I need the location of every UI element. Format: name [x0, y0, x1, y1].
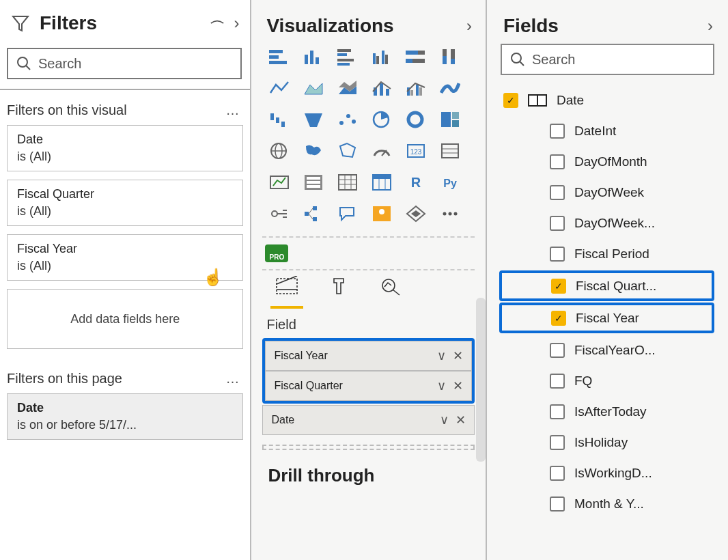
viz-gauge-icon[interactable] — [367, 138, 396, 164]
viz-arcgis-icon[interactable] — [367, 201, 396, 227]
checkbox-icon[interactable] — [550, 343, 565, 358]
viz-scatter-icon[interactable] — [333, 107, 362, 132]
filter-card-fiscal-quarter[interactable]: Fiscal Quarter is (All) — [7, 180, 243, 226]
viz-stacked-bar-icon[interactable] — [265, 44, 294, 70]
expand-icon[interactable]: › — [234, 14, 239, 33]
field-well-date[interactable]: Date ∨✕ — [262, 405, 475, 435]
viz-pie-icon[interactable] — [367, 107, 396, 132]
viz-stacked-area-icon[interactable] — [333, 75, 362, 101]
viz-ribbon-icon[interactable] — [436, 75, 464, 101]
checkbox-icon[interactable]: ✓ — [503, 93, 518, 108]
viz-donut-icon[interactable] — [402, 107, 430, 132]
field-item-fiscal-quart-[interactable]: ✓Fiscal Quart... — [499, 270, 714, 301]
viz-100-stacked-bar-icon[interactable] — [402, 44, 430, 70]
field-well-fiscal-quarter[interactable]: Fiscal Quarter ∨✕ — [265, 371, 472, 401]
more-icon[interactable]: … — [225, 102, 240, 118]
checkbox-icon[interactable] — [550, 496, 565, 512]
viz-kpi-icon[interactable] — [265, 169, 294, 195]
viz-slicer-icon[interactable] — [299, 169, 328, 195]
checkbox-icon[interactable] — [550, 466, 565, 481]
fields-tab[interactable] — [270, 276, 303, 309]
field-item-fq[interactable]: FQ — [494, 365, 728, 396]
viz-powerapps-icon[interactable] — [402, 201, 430, 227]
checkbox-icon[interactable] — [550, 185, 565, 200]
viz-shape-map-icon[interactable] — [333, 138, 362, 164]
viz-py-icon[interactable]: Py — [436, 169, 464, 195]
field-item-fiscal-year[interactable]: ✓Fiscal Year — [499, 303, 714, 333]
field-item-month-y-[interactable]: Month & Y... — [494, 488, 728, 519]
field-item-isholiday[interactable]: IsHoliday — [494, 427, 728, 458]
pro-badge[interactable]: PRO — [265, 244, 288, 262]
viz-multirow-card-icon[interactable] — [436, 138, 464, 164]
checkbox-icon[interactable] — [550, 247, 565, 262]
viz-funnel-icon[interactable] — [299, 107, 328, 132]
filters-search[interactable] — [7, 48, 242, 79]
checkbox-icon[interactable] — [550, 154, 565, 169]
viz-clustered-bar-icon[interactable] — [333, 44, 362, 70]
analytics-tab[interactable] — [374, 276, 407, 309]
chevron-down-icon[interactable]: ∨ — [437, 378, 446, 393]
viz-line-clustered-column-icon[interactable] — [402, 75, 430, 101]
filter-page-card-date[interactable]: Date is on or before 5/17/... — [7, 393, 243, 440]
checkbox-icon[interactable] — [550, 216, 565, 231]
more-icon[interactable]: … — [225, 371, 240, 387]
fields-search[interactable] — [501, 44, 714, 75]
remove-icon[interactable]: ✕ — [453, 348, 463, 363]
chevron-down-icon[interactable]: ∨ — [437, 348, 446, 363]
viz-clustered-column-icon[interactable] — [367, 44, 396, 70]
field-item-dateint[interactable]: DateInt — [494, 115, 728, 146]
field-table-date[interactable]: ✓ Date — [494, 85, 728, 115]
viz-treemap-icon[interactable] — [436, 107, 464, 132]
remove-icon[interactable]: ✕ — [453, 378, 463, 393]
filters-search-input[interactable] — [38, 56, 232, 72]
field-item-fiscalyearo-[interactable]: FiscalYearO... — [494, 335, 728, 365]
field-item-dayofweek-[interactable]: DayOfWeek... — [494, 208, 728, 238]
fields-search-input[interactable] — [532, 52, 705, 68]
filter-drop-zone[interactable]: Add data fields here — [7, 289, 243, 349]
filter-card-date[interactable]: Date is (All) — [7, 125, 243, 171]
checkbox-icon[interactable] — [550, 435, 565, 450]
checkbox-icon[interactable]: ✓ — [551, 311, 566, 326]
checkbox-icon[interactable]: ✓ — [551, 279, 566, 294]
checkbox-icon[interactable] — [550, 124, 565, 139]
svg-point-38 — [339, 121, 344, 125]
viz-filled-map-icon[interactable] — [299, 138, 328, 164]
viz-more-icon[interactable] — [436, 201, 464, 227]
viz-line-icon[interactable] — [265, 75, 294, 101]
viz-map-icon[interactable] — [265, 138, 294, 164]
scrollbar[interactable] — [476, 298, 486, 462]
checkbox-icon[interactable] — [550, 404, 565, 419]
expand-icon[interactable]: › — [466, 16, 472, 36]
field-drop-zone[interactable] — [262, 445, 475, 450]
viz-waterfall-icon[interactable] — [265, 107, 294, 132]
viz-matrix-icon[interactable] — [367, 169, 396, 195]
viz-r-icon[interactable]: R — [402, 169, 430, 195]
svg-rect-45 — [452, 120, 459, 127]
viz-line-stacked-column-icon[interactable] — [367, 75, 396, 101]
chevron-down-icon[interactable]: ∨ — [440, 412, 449, 428]
field-item-isworkingd-[interactable]: IsWorkingD... — [494, 458, 728, 488]
svg-rect-32 — [416, 85, 419, 96]
viz-key-influencer-icon[interactable] — [265, 201, 294, 227]
viz-table-icon[interactable] — [333, 169, 362, 195]
expand-icon[interactable]: › — [708, 16, 713, 36]
field-well-fiscal-year[interactable]: Fiscal Year ∨✕ — [265, 341, 472, 371]
viz-decomposition-icon[interactable] — [299, 201, 328, 227]
field-item-dayofweek[interactable]: DayOfWeek — [494, 177, 728, 208]
filter-card-fiscal-year[interactable]: Fiscal Year is (All) ☝ — [7, 234, 243, 281]
format-tab[interactable] — [322, 276, 355, 309]
field-item-isaftertoday[interactable]: IsAfterToday — [494, 396, 728, 427]
field-item-dayofmonth[interactable]: DayOfMonth — [494, 146, 728, 177]
format-tabs — [251, 270, 486, 309]
remove-icon[interactable]: ✕ — [456, 412, 466, 428]
viz-stacked-column-icon[interactable] — [299, 44, 328, 70]
eye-icon[interactable] — [210, 16, 224, 30]
viz-qa-icon[interactable] — [333, 201, 362, 227]
drill-through-label: Drill through — [251, 450, 486, 486]
checkbox-icon[interactable] — [550, 374, 565, 389]
field-item-fiscal-period[interactable]: Fiscal Period — [494, 238, 728, 269]
viz-area-icon[interactable] — [299, 75, 328, 101]
viz-card-icon[interactable]: 123 — [402, 138, 430, 164]
svg-marker-83 — [411, 210, 421, 217]
viz-100-stacked-column-icon[interactable] — [436, 44, 464, 70]
